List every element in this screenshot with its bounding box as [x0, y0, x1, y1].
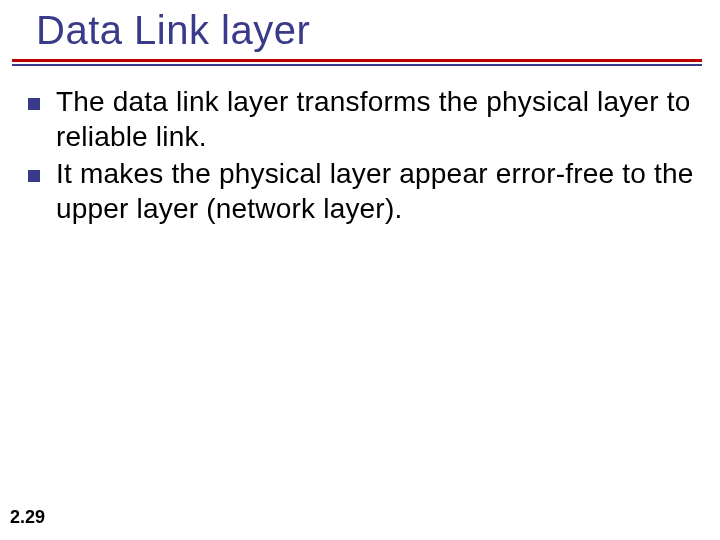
content-area: The data link layer transforms the physi…: [0, 66, 720, 226]
slide-container: Data Link layer The data link layer tran…: [0, 0, 720, 540]
bullet-item: It makes the physical layer appear error…: [28, 156, 710, 226]
page-number: 2.29: [10, 507, 45, 528]
bullet-text: The data link layer transforms the physi…: [56, 84, 710, 154]
slide-title: Data Link layer: [36, 8, 720, 53]
title-area: Data Link layer: [0, 0, 720, 53]
square-bullet-icon: [28, 170, 40, 182]
divider-red: [12, 59, 702, 62]
square-bullet-icon: [28, 98, 40, 110]
bullet-item: The data link layer transforms the physi…: [28, 84, 710, 154]
bullet-text: It makes the physical layer appear error…: [56, 156, 710, 226]
